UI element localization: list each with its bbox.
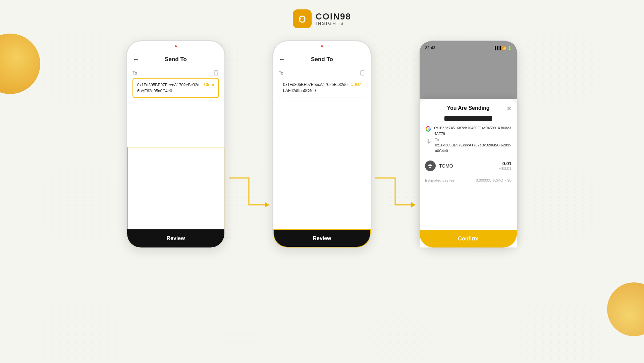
token-left: TOMO — [425, 161, 453, 171]
to-section: To 0x1Fd305BE97EeecA1702eBc32d6bAF62d95a… — [435, 138, 512, 153]
from-address: 0x1Be8e74516b7eb16460F14c9459914 80dc34A… — [434, 125, 512, 136]
phone1-review-btn[interactable]: Review — [127, 229, 224, 247]
phone1-title: Send To — [165, 56, 187, 63]
token-amount-col: 0.01 ~$0.01 — [499, 161, 512, 171]
app-name: COIN98 — [316, 12, 351, 21]
phone2-field-label: To — [279, 70, 365, 76]
phone2-nav: ← Send To — [279, 52, 365, 66]
phone-1: ← Send To To 0x1Fd305BE97EeecA1702eBc32d… — [126, 40, 225, 248]
logo-icon — [293, 9, 312, 28]
redacted-bar — [444, 116, 492, 121]
phone2-review-btn[interactable]: Review — [273, 229, 371, 247]
divider-2 — [425, 175, 512, 175]
phone3-status-bar: 22:43 ▐▐▐ 📶 🔋 — [420, 41, 517, 52]
phone2-back-arrow[interactable]: ← — [279, 55, 285, 63]
confirmation-sheet: You Are Sending ✕ 0x1Be8e74516b7eb16460F… — [420, 99, 517, 247]
svg-rect-4 — [215, 70, 217, 71]
confirm-label: Confirm — [458, 236, 478, 242]
svg-rect-11 — [429, 164, 431, 165]
app-sub: INSIGHTS — [316, 21, 351, 26]
divider-1 — [425, 157, 512, 157]
connector-svg-1 — [229, 171, 269, 212]
amount-value: 0.01 — [499, 161, 512, 166]
phone2-clear-btn[interactable]: Clear — [351, 82, 361, 87]
tomo-icon — [425, 161, 436, 171]
paste-icon-2[interactable] — [359, 70, 365, 76]
wifi-icon: 📶 — [502, 46, 506, 50]
svg-point-1 — [300, 18, 301, 19]
gas-fee-row: Estimated gas fee 0.000005 TOMO ~ $0 — [425, 178, 512, 182]
battery-icon: 🔋 — [507, 46, 512, 50]
amount-usd: ~$0.01 — [499, 166, 512, 171]
phone2-title: Send To — [311, 56, 333, 63]
token-row: TOMO 0.01 ~$0.01 — [425, 161, 512, 171]
from-row: 0x1Be8e74516b7eb16460F14c9459914 80dc34A… — [425, 125, 512, 136]
phone3-gray-area — [420, 52, 517, 99]
phone1-address: 0x1Fd305BE97EeecA1702eBc32d6bAF62d95a0C4… — [137, 82, 201, 94]
confirm-button[interactable]: Confirm — [420, 230, 517, 247]
header: COIN98 INSIGHTS — [293, 9, 351, 28]
phone2-address: 0x1Fd305BE97EeecA1702eBc32d6bAF62d95a0C4… — [283, 82, 348, 94]
phone-2: ← Send To To 0x1Fd305BE97EeecA1702eBc32d… — [272, 40, 372, 248]
svg-rect-7 — [362, 70, 363, 71]
phone3-status-icons: ▐▐▐ 📶 🔋 — [494, 46, 512, 50]
phone-3: 22:43 ▐▐▐ 📶 🔋 You Are Sending ✕ — [419, 40, 518, 248]
phone1-address-box: 0x1Fd305BE97EeecA1702eBc32d6bAF62d95a0C4… — [132, 78, 219, 98]
gas-value: 0.000005 TOMO ~ $0 — [476, 178, 512, 182]
phone2-screen: ← Send To To 0x1Fd305BE97EeecA1702eBc32d… — [273, 52, 371, 247]
to-address: 0x1Fd305BE97EeecA1702eBc32d6bAF62d95a0C4… — [435, 142, 512, 153]
phone2-status-dot — [321, 45, 323, 47]
deco-circle-right — [607, 282, 644, 336]
down-arrow-row: To 0x1Fd305BE97EeecA1702eBc32d6bAF62d95a… — [425, 138, 512, 153]
svg-rect-10 — [428, 165, 432, 166]
sheet-title-row: You Are Sending ✕ — [425, 105, 512, 111]
sheet-title: You Are Sending — [447, 105, 489, 111]
phones-container: ← Send To To 0x1Fd305BE97EeecA1702eBc32d… — [126, 40, 518, 248]
phone1-status-dot — [175, 45, 177, 47]
logo-text: COIN98 INSIGHTS — [316, 12, 351, 26]
to-label: To — [435, 138, 512, 142]
phone1-field-label: To — [132, 70, 219, 76]
phone2-address-box: 0x1Fd305BE97EeecA1702eBc32d6bAF62d95a0C4… — [279, 78, 365, 97]
connector-svg-2 — [375, 171, 415, 212]
svg-marker-5 — [265, 202, 269, 208]
google-icon — [425, 125, 431, 133]
svg-rect-6 — [361, 71, 364, 75]
phone1-back-arrow[interactable]: ← — [132, 55, 139, 63]
phone1-clear-btn[interactable]: Clear — [204, 82, 214, 87]
arrow-connector-1 — [229, 171, 269, 212]
token-name: TOMO — [439, 163, 453, 169]
deco-circle-left — [0, 34, 40, 94]
phone1-nav: ← Send To — [132, 52, 219, 66]
gas-label: Estimated gas fee — [425, 178, 454, 182]
signal-icon: ▐▐▐ — [494, 46, 501, 50]
svg-marker-8 — [411, 202, 415, 208]
phone1-screen: ← Send To To 0x1Fd305BE97EeecA1702eBc32d… — [127, 52, 224, 247]
arrow-connector-2 — [375, 171, 415, 212]
svg-rect-3 — [214, 71, 218, 75]
svg-rect-12 — [429, 167, 431, 168]
down-arrow-icon — [425, 138, 432, 145]
paste-icon-1[interactable] — [213, 70, 219, 76]
phone3-time: 22:43 — [425, 46, 435, 50]
svg-point-2 — [304, 18, 305, 19]
close-icon[interactable]: ✕ — [506, 105, 512, 112]
